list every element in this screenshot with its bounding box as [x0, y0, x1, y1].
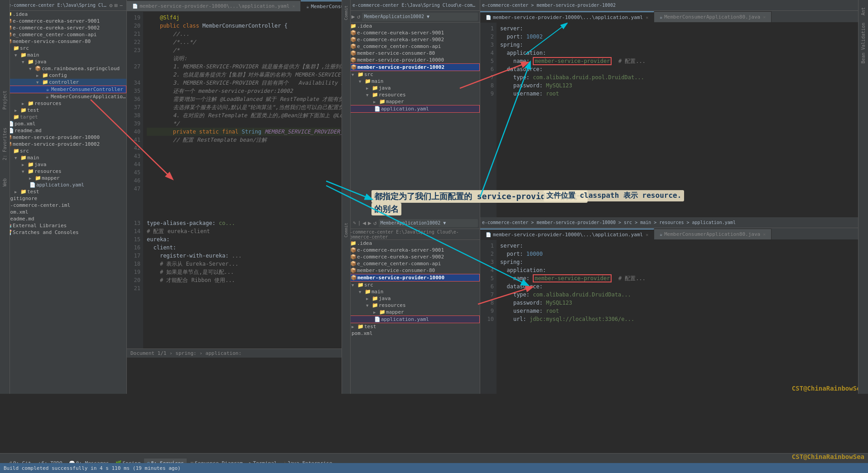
- tm-consumer80[interactable]: ▶📦member-service-consumer-80: [344, 50, 480, 57]
- bm-idea[interactable]: ▶📁.idea: [344, 240, 480, 247]
- yaml-line: eureka:: [147, 235, 340, 244]
- bm-test[interactable]: ▶📁test: [344, 323, 480, 330]
- tree-item-eureka9001[interactable]: ▶ 📦 e-commerce-eureka-server-9001: [0, 18, 126, 24]
- bm-pom[interactable]: 📄pom.xml: [344, 330, 480, 337]
- tm-eureka9001[interactable]: ▶📦e-commerce-eureka-server-9001: [344, 29, 480, 36]
- line-numbers-br: 12345678910: [480, 240, 497, 394]
- tm-common[interactable]: ▶📦e_commerce_center-common-api: [344, 43, 480, 50]
- tab-java-top[interactable]: ☕ MemberConsumerApplication80.java ✕: [301, 0, 344, 11]
- close-icon[interactable]: ✕: [763, 232, 766, 237]
- ant-tab[interactable]: Ant: [861, 7, 866, 15]
- tree-item-main2[interactable]: ▼ 📁 main: [0, 154, 126, 161]
- yaml-content-br[interactable]: server: port: 10000 spring: application:…: [497, 240, 868, 394]
- tree-item-readme2[interactable]: 📄 readme.md: [0, 215, 126, 222]
- tree-item-resources[interactable]: ▶ 📁 resources: [0, 100, 126, 107]
- layout-icon[interactable]: ⊞: [115, 2, 118, 9]
- edit-icon[interactable]: ✎: [353, 220, 356, 226]
- yaml-content-bottom-left[interactable]: type-aliases-package: co... # 配置 eureka-…: [143, 217, 344, 358]
- tree-item-pom[interactable]: 📄 pom.xml: [0, 120, 126, 127]
- tree-item-scratches[interactable]: ▶ 📝 Scratches and Consoles: [0, 229, 126, 236]
- commit-label-bottom[interactable]: Commit: [344, 223, 348, 238]
- bean-validation-tab[interactable]: Bean Validation: [861, 23, 866, 63]
- tree-item-main[interactable]: ▼ 📁 main: [0, 52, 126, 58]
- tree-item-controller-folder[interactable]: ▼ 📁 controller: [0, 79, 126, 86]
- bm-provider10000[interactable]: ▼📦member-service-provider-10000: [344, 274, 480, 282]
- tree-item-mapper[interactable]: ▶ 📁 mapper: [0, 175, 126, 182]
- refresh-icon[interactable]: ↺: [357, 13, 361, 20]
- tm-provider10002[interactable]: ▼📦member-service-provider-10002: [344, 63, 480, 71]
- tree-item-src2[interactable]: ▼ 📁 src: [0, 148, 126, 154]
- gear-icon[interactable]: ⚙: [109, 2, 112, 9]
- bm-eureka9001[interactable]: ▶📦e-commerce-eureka-server-9001: [344, 247, 480, 253]
- bm-src[interactable]: ▼📁src: [344, 282, 480, 288]
- tree-item-resources2[interactable]: ▼ 📁 resources: [0, 168, 126, 175]
- tree-item-config[interactable]: ▶ 📁 config: [0, 72, 126, 79]
- tree-item-gitignore[interactable]: 📄 .gitignore: [0, 195, 126, 202]
- tab-java-br[interactable]: ☕ MemberConsumerApplication80.java ✕: [654, 229, 772, 239]
- close-icon[interactable]: ✕: [763, 14, 766, 19]
- tm-src[interactable]: ▼📁src: [344, 71, 480, 78]
- code-content-top[interactable]: @Slf4j public class MemberConsumerContro…: [143, 12, 344, 217]
- tree-item-target[interactable]: ▶ 📁 target: [0, 114, 126, 120]
- refresh-icon2[interactable]: ↺: [373, 220, 377, 226]
- bm-main[interactable]: ▼📁main: [344, 288, 480, 295]
- top-mid-toolbar: ◀ ▶ ↺ MemberApplication10002 ▼: [344, 11, 480, 23]
- bm-eureka9002[interactable]: ▶📦e-commerce-eureka-server-9002: [344, 253, 480, 260]
- tree-item-yaml[interactable]: 📄 application.yaml: [0, 182, 126, 188]
- tree-item-test[interactable]: ▶ 📁 test: [0, 107, 126, 114]
- yaml-content-right[interactable]: server: port: 10002 spring: application:…: [497, 23, 868, 217]
- tree-item-consumer80[interactable]: ▼ 📦 member-service-consumer-80: [0, 38, 126, 45]
- tree-item-eureka9002[interactable]: ▶ 📦 e-commerce-eureka-server-9002: [0, 24, 126, 31]
- tree-item-readme[interactable]: 📄 readme.md: [0, 127, 126, 134]
- favorites-tab[interactable]: 2: Favorites: [2, 128, 7, 160]
- back-icon2[interactable]: ◀: [362, 220, 366, 226]
- tab-yaml-right[interactable]: 📄 member-service-provider-10000\...\appl…: [480, 11, 654, 22]
- web-tab[interactable]: Web: [2, 178, 7, 186]
- close-icon[interactable]: ✕: [292, 4, 295, 9]
- tree-item-pom2[interactable]: 📄 pom.xml: [0, 209, 126, 215]
- tm-java[interactable]: ▶📁java: [344, 85, 480, 91]
- close-icon[interactable]: ✕: [646, 15, 648, 20]
- bm-resources[interactable]: ▼📁resources: [344, 302, 480, 309]
- tm-mapper[interactable]: ▶📁mapper: [344, 98, 480, 105]
- module-selector[interactable]: MemberApplication10002 ▼: [364, 14, 429, 19]
- tree-item-java[interactable]: ▼ 📁 java: [0, 58, 126, 65]
- commit-label-top[interactable]: Commit: [344, 5, 348, 20]
- yaml-line: application:: [500, 49, 864, 57]
- tab-yaml-top[interactable]: 📄 member-service-provider-10000\...\appl…: [127, 0, 301, 11]
- tree-item-member-controller[interactable]: ☕ MemberConsumerController: [0, 86, 126, 93]
- forward-icon2[interactable]: ▶: [368, 220, 371, 226]
- bottom-mid-path-label: e-commerce-center E:\Java\Spring Cloud\e…: [347, 229, 477, 239]
- tm-provider10000[interactable]: ▶📦member-service-provider-10000: [344, 57, 480, 63]
- tree-item-member-app80[interactable]: ☕ MemberConsumerApplication80: [0, 93, 126, 100]
- tree-item-ext-libs[interactable]: ▶ 📚 External Libraries: [0, 222, 126, 229]
- close-icon[interactable]: ✕: [646, 232, 648, 237]
- bm-java[interactable]: ▶📁java: [344, 295, 480, 302]
- tree-item-provider10000[interactable]: ▶ 📦 member-service-provider-10000: [0, 134, 126, 141]
- bm-mapper[interactable]: ▶📁mapper: [344, 309, 480, 315]
- code-line: 去选择某个服务去访问,默认是"轮询算法",当然我们也可以自己配置负载均衡算法: [147, 103, 340, 111]
- tree-item-iml[interactable]: 📄 e-commerce-center.iml: [0, 202, 126, 209]
- tab-yaml-br[interactable]: 📄 member-service-provider-10000\...\appl…: [480, 229, 654, 239]
- code-line: /*: [147, 46, 340, 54]
- tm-eureka9002[interactable]: ▶📦e-commerce-eureka-server-9002: [344, 36, 480, 43]
- bm-consumer80[interactable]: ▶📦member-service-consumer-80: [344, 267, 480, 274]
- tree-item-src[interactable]: ▼ 📁 src: [0, 45, 126, 52]
- tm-main[interactable]: ▼📁main: [344, 78, 480, 85]
- tree-item-idea[interactable]: ▶ 📁 .idea: [0, 11, 126, 18]
- tm-yaml[interactable]: 📄application.yaml: [344, 105, 480, 113]
- module-selector2[interactable]: MemberApplication10002 ▼: [381, 220, 446, 225]
- tab-java-right[interactable]: ☕ MemberConsumerApplication80.java ✕: [654, 11, 772, 22]
- project-tab-label[interactable]: Project: [2, 91, 7, 110]
- tree-item-test2[interactable]: ▶ 📁 test: [0, 188, 126, 195]
- tm-resources[interactable]: ▼📁resources: [344, 91, 480, 98]
- bm-common[interactable]: ▶📦e_commerce_center-common-api: [344, 260, 480, 267]
- tree-item-common-api[interactable]: ▶ 📦 e_commerce_center-common-api: [0, 31, 126, 38]
- tm-idea[interactable]: ▶📁.idea: [344, 23, 480, 29]
- tree-item-package[interactable]: ▼ 📦 com.rainbowsea.springcloud: [0, 65, 126, 72]
- hide-icon[interactable]: −: [120, 2, 123, 9]
- bm-yaml[interactable]: 📄application.yaml: [344, 315, 480, 323]
- tree-item-java2[interactable]: ▶ 📁 java: [0, 161, 126, 168]
- forward-icon[interactable]: ▶: [352, 13, 355, 20]
- tree-item-provider10002[interactable]: ▼ 📦 member-service-provider-10002: [0, 141, 126, 148]
